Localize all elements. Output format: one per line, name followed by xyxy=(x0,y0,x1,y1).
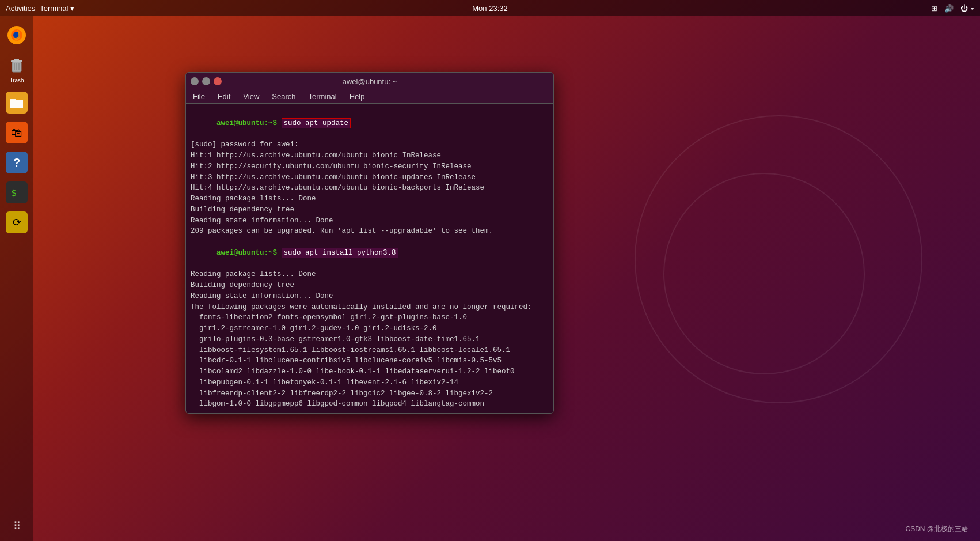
svg-rect-5 xyxy=(14,59,19,61)
topbar-right: ⊞ 🔊 ⏻ ▾ xyxy=(931,4,974,13)
window-minimize-button[interactable] xyxy=(191,77,199,85)
software-icon: 🛍 xyxy=(6,122,28,143)
network-icon[interactable]: ⊞ xyxy=(931,4,937,13)
terminal-line-19: libboost-filesystem1.65.1 libboost-iostr… xyxy=(191,345,549,356)
terminal-line-5: Hit:3 http://us.archive.ubuntu.com/ubunt… xyxy=(191,172,549,183)
terminal-line-21: libcolamd2 libdazzle-1.0-0 libe-book-0.1… xyxy=(191,366,549,377)
terminal-line-10: 209 packages can be upgraded. Run 'apt l… xyxy=(191,226,549,237)
trash-label: Trash xyxy=(9,77,24,84)
sidebar-item-firefox[interactable] xyxy=(3,22,30,48)
terminal-line-15: The following packages were automaticall… xyxy=(191,302,549,313)
terminal-window: awei@ubuntu: ~ File Edit View Search Ter… xyxy=(185,72,554,414)
terminal-line-2: [sudo] password for awei: xyxy=(191,139,549,150)
menu-edit[interactable]: Edit xyxy=(215,91,233,102)
terminal-title: awei@ubuntu: ~ xyxy=(343,77,397,86)
app-grid-button[interactable]: ⠿ xyxy=(13,520,21,532)
terminal-line-13: Building dependency tree xyxy=(191,280,549,291)
command-2: sudo apt install python3.8 xyxy=(282,248,398,258)
window-maximize-button[interactable] xyxy=(202,77,210,85)
terminal-line-18: grilo-plugins-0.3-base gstreamer1.0-gtk3… xyxy=(191,334,549,345)
terminal-line-22: libepubgen-0.1-1 libetonyek-0.1-1 libeve… xyxy=(191,377,549,388)
power-icon[interactable]: ⏻ ▾ xyxy=(960,4,974,13)
trash-icon xyxy=(6,54,28,76)
terminal-line-17: gir1.2-gstreamer-1.0 gir1.2-gudev-1.0 gi… xyxy=(191,323,549,334)
window-close-button[interactable] xyxy=(214,77,222,85)
sidebar-item-trash[interactable]: Trash xyxy=(3,52,30,86)
sidebar: Trash 🛍 ? $_ ⟳ ⠿ xyxy=(0,16,33,541)
updates-icon: ⟳ xyxy=(6,211,28,233)
topbar-left: Activities Terminal ▾ xyxy=(6,4,74,13)
terminal-line-7: Reading package lists... Done xyxy=(191,194,549,205)
terminal-line-20: libcdr-0.1-1 libclucene-contribs1v5 libc… xyxy=(191,355,549,366)
sidebar-item-terminal[interactable]: $_ xyxy=(3,179,30,206)
terminal-line-9: Reading state information... Done xyxy=(191,215,549,226)
terminal-line-4: Hit:2 http://security.ubuntu.com/ubuntu … xyxy=(191,161,549,172)
terminal-menubar: File Edit View Search Terminal Help xyxy=(186,90,553,104)
prompt-2: awei@ubuntu:~$ xyxy=(216,249,277,257)
terminal-line-6: Hit:4 http://us.archive.ubuntu.com/ubunt… xyxy=(191,183,549,194)
prompt-1: awei@ubuntu:~$ xyxy=(216,119,277,127)
sidebar-item-help[interactable]: ? xyxy=(3,149,30,176)
topbar: Activities Terminal ▾ Mon 23:32 ⊞ 🔊 ⏻ ▾ xyxy=(0,0,980,16)
menu-terminal[interactable]: Terminal xyxy=(306,91,339,102)
menu-view[interactable]: View xyxy=(241,91,261,102)
firefox-icon xyxy=(6,24,28,46)
terminal-line-11: awei@ubuntu:~$ sudo apt install python3.… xyxy=(191,237,549,269)
command-1: sudo apt update xyxy=(282,118,351,128)
terminal-line-8: Building dependency tree xyxy=(191,205,549,215)
terminal-line-3: Hit:1 http://us.archive.ubuntu.com/ubunt… xyxy=(191,150,549,161)
terminal-icon-sidebar: $_ xyxy=(6,181,28,203)
sound-icon[interactable]: 🔊 xyxy=(944,4,954,13)
sidebar-item-software[interactable]: 🛍 xyxy=(3,119,30,146)
terminal-body[interactable]: awei@ubuntu:~$ sudo apt update [sudo] pa… xyxy=(186,104,553,413)
help-icon: ? xyxy=(6,152,28,173)
watermark: CSDN @北极的三哈 xyxy=(905,524,968,534)
topbar-clock: Mon 23:32 xyxy=(472,4,507,13)
menu-file[interactable]: File xyxy=(191,91,207,102)
sidebar-item-updates[interactable]: ⟳ xyxy=(3,209,30,236)
terminal-line-12: Reading package lists... Done xyxy=(191,269,549,280)
terminal-line-24: libgom-1.0-0 libgpgmepp6 libgpod-common … xyxy=(191,399,549,410)
terminal-line-16: fonts-liberation2 fonts-opensymbol gir1.… xyxy=(191,312,549,323)
terminal-line-14: Reading state information... Done xyxy=(191,291,549,302)
terminal-line-23: libfreerdp-client2-2 libfreerdp2-2 libgc… xyxy=(191,388,549,399)
topbar-app-name[interactable]: Terminal ▾ xyxy=(40,4,74,13)
files-icon xyxy=(6,92,28,114)
menu-help[interactable]: Help xyxy=(347,91,367,102)
sidebar-bottom: ⠿ xyxy=(0,520,33,532)
terminal-line-1: awei@ubuntu:~$ sudo apt update xyxy=(191,107,549,139)
menu-search[interactable]: Search xyxy=(269,91,298,102)
terminal-titlebar: awei@ubuntu: ~ xyxy=(186,73,553,90)
activities-button[interactable]: Activities xyxy=(6,4,35,13)
sidebar-item-files[interactable] xyxy=(3,89,30,116)
